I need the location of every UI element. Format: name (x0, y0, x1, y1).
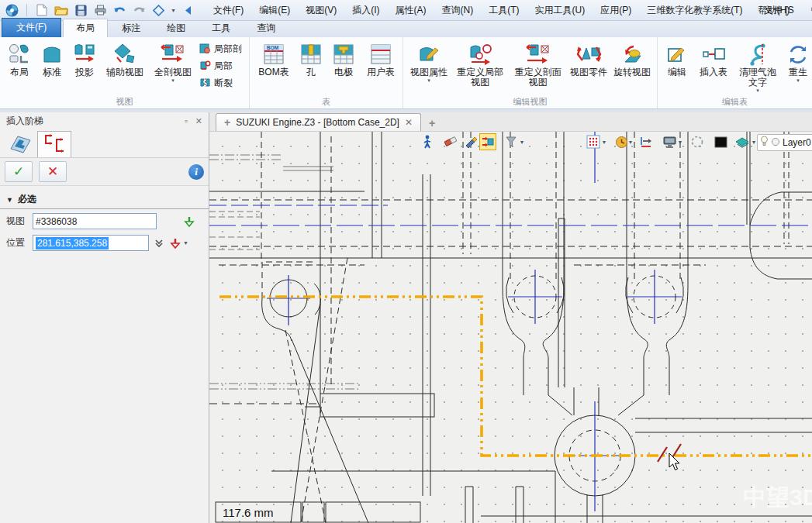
timer-dropdown-icon[interactable]: ▼ (627, 133, 634, 150)
position-input[interactable]: 281.615,385.258 (33, 235, 149, 251)
local-view-button[interactable]: 局部 (197, 59, 244, 74)
section-line-orange[interactable] (219, 297, 812, 456)
goto-arrow-icon[interactable] (638, 133, 655, 150)
layers-icon[interactable] (734, 133, 751, 150)
pick-view-icon[interactable] (183, 215, 195, 228)
ribbon-tab-tools[interactable]: 工具 (199, 19, 243, 37)
hole-table-button[interactable]: 孔 (295, 39, 327, 96)
dropdown-arrow-icon[interactable]: ▾ (796, 77, 800, 84)
point-grid-icon[interactable] (585, 133, 602, 150)
lightbulb-icon[interactable] (760, 136, 769, 150)
view-attributes-button[interactable]: 视图属性 ▾ (406, 39, 451, 96)
panel-restore-icon[interactable]: ▫ (185, 116, 188, 126)
section-label: 必选 (18, 193, 36, 206)
auxiliary-view-icon (112, 41, 138, 67)
menu-insert[interactable]: 插入(I) (345, 2, 386, 19)
edit-button[interactable]: 编辑 (661, 39, 693, 96)
button-label: 编辑 (668, 67, 686, 77)
menu-file[interactable]: 文件(F) (206, 2, 251, 19)
bom-table-button[interactable]: BOM BOM表 (253, 39, 295, 96)
auxiliary-view-button[interactable]: 辅助视图 (101, 39, 149, 96)
button-label: 布局 (10, 67, 29, 77)
dropdown-arrow-icon[interactable]: ▾ (756, 88, 759, 94)
title-bar: ▼ 文件(F) 编辑(E) 视图(V) 插入(I) 属性(A) 查询(N) 工具… (0, 0, 812, 21)
panel-tab-step[interactable] (37, 131, 71, 157)
cancel-button[interactable]: ✕ (39, 161, 67, 182)
info-button[interactable]: i (188, 164, 204, 180)
dropdown-arrow-icon[interactable]: ▾ (171, 77, 174, 84)
menu-3d-teaching-system[interactable]: 三维数字化教学系统(T) (640, 2, 749, 19)
projection-view-button[interactable]: 投影 (68, 39, 101, 96)
print-icon[interactable] (93, 3, 107, 17)
button-label: 用户表 (367, 67, 395, 77)
new-file-icon[interactable] (35, 3, 49, 17)
panel-close-icon[interactable]: ✕ (195, 116, 202, 126)
ribbon-group-views: 布局 标准 投影 辅助视图 全剖视图 ▾ 局部剖 局部 (0, 37, 250, 108)
redefine-section-view-button[interactable]: 重定义剖面视图 (510, 39, 568, 96)
view-orient-icon[interactable] (151, 3, 165, 17)
layer-combo[interactable]: Layer0 (757, 134, 812, 151)
ribbon-tab-file[interactable]: 文件(F) (2, 18, 61, 37)
broken-view-button[interactable]: 断裂 (197, 76, 244, 91)
redo-icon[interactable] (132, 3, 146, 17)
pick-position-icon[interactable]: ▼ (169, 237, 188, 249)
ok-button[interactable]: ✓ (5, 161, 33, 182)
menu-tools[interactable]: 工具(T) (482, 2, 526, 19)
filter-dropdown-icon[interactable]: ▼ (518, 133, 526, 150)
ribbon-tab-annotation[interactable]: 标注 (109, 19, 153, 37)
app-logo-icon[interactable] (5, 3, 19, 17)
ribbon-tab-layout[interactable]: 布局 (63, 19, 108, 37)
ribbon-tab-inquire[interactable]: 查询 (244, 19, 288, 37)
menu-applications[interactable]: 应用(P) (593, 2, 638, 19)
menu-edit[interactable]: 编辑(E) (252, 2, 297, 19)
view-input[interactable]: #3386038 (33, 213, 157, 229)
local-section-button[interactable]: 局部剖 (197, 42, 244, 57)
expand-chevrons-icon[interactable] (154, 238, 164, 249)
selection-dashed-circle-icon[interactable] (689, 133, 706, 150)
menu-attributes[interactable]: 属性(A) (389, 2, 434, 19)
pan-walk-icon[interactable] (419, 133, 436, 150)
button-label: 重定义剖面视图 (512, 67, 565, 88)
menu-inquire[interactable]: 查询(N) (435, 2, 481, 19)
collapse-toolbar-icon[interactable] (181, 3, 195, 17)
show-target-icon[interactable] (479, 133, 496, 150)
standard-view-button[interactable]: 标准 (36, 39, 68, 96)
paintbrush-icon[interactable] (462, 133, 479, 150)
layer-state-circle-icon[interactable] (771, 137, 780, 149)
layout-view-button[interactable]: 布局 (3, 39, 36, 96)
insert-table-button[interactable]: 插入表 (693, 39, 734, 96)
color-swatch-black-icon[interactable] (712, 133, 729, 150)
menu-utilities[interactable]: 实用工具(U) (528, 2, 593, 19)
button-label: 孔 (306, 67, 316, 77)
rotate-view-button[interactable]: 旋转视图 (610, 39, 654, 96)
open-file-icon[interactable] (54, 3, 68, 17)
layer-combo-value: Layer0 (783, 137, 811, 148)
save-icon[interactable] (74, 3, 88, 17)
regenerate-button[interactable]: 重生 ▾ (782, 39, 812, 96)
tab-close-icon[interactable]: ✕ (405, 117, 413, 128)
view-orient-dropdown-icon[interactable]: ▼ (171, 8, 176, 13)
panel-tab-view[interactable] (3, 131, 37, 157)
new-tab-button[interactable]: + (429, 117, 435, 131)
scale-label: 117.6 mm (223, 506, 274, 519)
redefine-local-view-button[interactable]: 重定义局部视图 (451, 39, 510, 96)
document-tab[interactable]: + SUZUKI Engine.Z3 - [Bottom Case_2D] ✕ (216, 113, 421, 131)
required-section-header[interactable]: ▼ 必选 (0, 191, 209, 209)
menu-view[interactable]: 视图(V) (299, 2, 344, 19)
user-table-icon (369, 41, 392, 67)
clean-balloon-text-button[interactable]: 清理气泡文字 ▾ (734, 39, 782, 96)
view-part-button[interactable]: 视图零件 (567, 39, 610, 96)
display-dropdown-icon[interactable]: ▼ (676, 133, 684, 150)
drawing-canvas[interactable]: 117.6 mm 中望3D ▼ ▼ ▼ ▼ ▼ Layer0 (209, 132, 812, 523)
electrode-table-button[interactable]: 电极 (327, 39, 360, 96)
undo-icon[interactable] (112, 3, 126, 17)
display-monitor-icon[interactable] (661, 133, 678, 150)
dropdown-arrow-icon[interactable]: ▾ (427, 77, 430, 84)
grid-dropdown-icon[interactable]: ▼ (600, 133, 608, 150)
pick-dropdown-icon[interactable]: ▼ (183, 240, 188, 246)
user-table-button[interactable]: 用户表 (360, 39, 402, 96)
full-section-view-button[interactable]: 全剖视图 ▾ (149, 39, 197, 96)
ribbon-tab-sketch[interactable]: 绘图 (154, 19, 198, 37)
eraser-icon[interactable] (442, 133, 459, 150)
filter-funnel-icon[interactable] (503, 133, 520, 150)
